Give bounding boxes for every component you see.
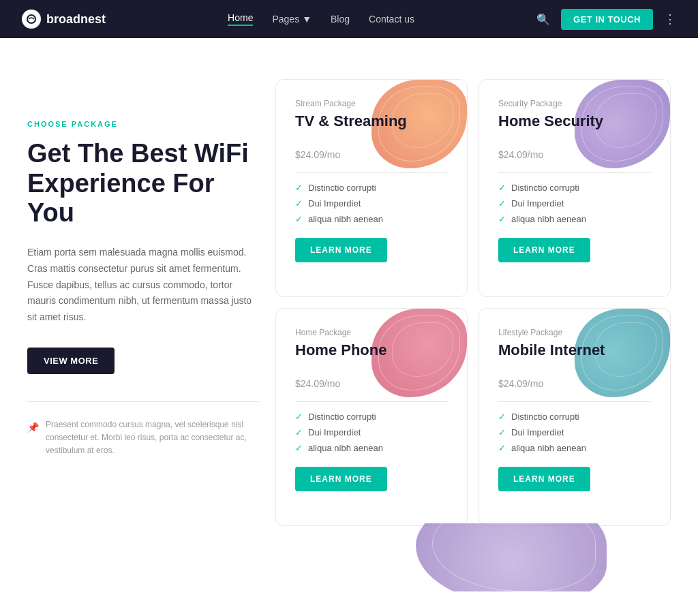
check-icon: ✓: [295, 412, 303, 422]
location-icon: 📌: [27, 420, 39, 435]
feature-item: ✓aliqua nibh aenean: [295, 214, 448, 224]
check-icon: ✓: [498, 443, 506, 453]
card-price-2: $24.09/mo: [498, 141, 651, 163]
bottom-blob-area: [275, 523, 671, 591]
choose-label: CHOOSE PACKAGE: [27, 120, 259, 128]
card-home-security: Security Package Home Security $24.09/mo…: [479, 79, 671, 297]
view-more-button[interactable]: VIEW MORE: [27, 348, 115, 374]
check-icon: ✓: [498, 412, 506, 422]
check-icon: ✓: [498, 183, 506, 193]
learn-more-button-2[interactable]: LEARN MORE: [498, 238, 590, 262]
main-heading: Get The Best WiFi Experience For You: [27, 139, 259, 228]
card-home-phone: Home Package Home Phone $24.09/mo ✓Disti…: [275, 308, 468, 526]
feature-list-4: ✓Distinctio corrupti ✓Dui Imperdiet ✓ali…: [498, 412, 651, 453]
check-icon: ✓: [498, 214, 506, 224]
check-icon: ✓: [295, 214, 303, 224]
package-type-1: Stream Package: [295, 99, 448, 108]
check-icon: ✓: [295, 183, 303, 193]
left-panel: CHOOSE PACKAGE Get The Best WiFi Experie…: [27, 79, 259, 458]
learn-more-button-3[interactable]: LEARN MORE: [295, 467, 387, 491]
location-text: Praesent commodo cursus magna, vel scele…: [46, 418, 259, 458]
chevron-down-icon: ▼: [302, 14, 312, 25]
card-title-1: TV & Streaming: [295, 112, 448, 130]
card-title-4: Mobile Internet: [498, 341, 651, 359]
navbar: broadnest Home Pages ▼ Blog Contact us 🔍…: [0, 0, 698, 38]
nav-home[interactable]: Home: [228, 12, 253, 26]
feature-item: ✓Distinctio corrupti: [498, 412, 651, 422]
left-divider: [27, 401, 259, 402]
feature-item: ✓aliqua nibh aenean: [498, 214, 651, 224]
main-section: CHOOSE PACKAGE Get The Best WiFi Experie…: [0, 38, 698, 616]
cards-area: Stream Package TV & Streaming $24.09/mo …: [275, 79, 671, 591]
feature-item: ✓Dui Imperdiet: [498, 427, 651, 437]
brand-icon: [22, 10, 41, 29]
learn-more-button-1[interactable]: LEARN MORE: [295, 238, 387, 262]
package-type-2: Security Package: [498, 99, 651, 108]
check-icon: ✓: [295, 198, 303, 209]
check-icon: ✓: [295, 427, 303, 437]
check-icon: ✓: [498, 427, 506, 437]
card-title-2: Home Security: [498, 112, 651, 130]
check-icon: ✓: [498, 198, 506, 209]
feature-item: ✓Dui Imperdiet: [498, 198, 651, 209]
learn-more-button-4[interactable]: LEARN MORE: [498, 467, 590, 491]
package-type-3: Home Package: [295, 328, 448, 337]
feature-list-1: ✓Distinctio corrupti ✓Dui Imperdiet ✓ali…: [295, 183, 448, 224]
brand-name: broadnest: [46, 12, 106, 27]
feature-item: ✓aliqua nibh aenean: [498, 443, 651, 453]
card-tv-streaming: Stream Package TV & Streaming $24.09/mo …: [275, 79, 468, 297]
feature-list-2: ✓Distinctio corrupti ✓Dui Imperdiet ✓ali…: [498, 183, 651, 224]
price-divider-1: [295, 172, 448, 173]
nav-contact[interactable]: Contact us: [369, 14, 414, 25]
feature-item: ✓Distinctio corrupti: [295, 412, 448, 422]
get-in-touch-button[interactable]: GET IN TOUCH: [561, 9, 653, 30]
search-icon[interactable]: 🔍: [536, 13, 550, 26]
nav-blog[interactable]: Blog: [331, 14, 350, 25]
svg-point-0: [27, 15, 35, 23]
location-info: 📌 Praesent commodo cursus magna, vel sce…: [27, 418, 259, 458]
feature-item: ✓aliqua nibh aenean: [295, 443, 448, 453]
feature-item: ✓Distinctio corrupti: [498, 183, 651, 193]
nav-pages[interactable]: Pages ▼: [272, 14, 312, 25]
main-description: Etiam porta sem malesuada magna mollis e…: [27, 245, 259, 326]
feature-item: ✓Dui Imperdiet: [295, 427, 448, 437]
card-price-3: $24.09/mo: [295, 370, 448, 392]
feature-item: ✓Distinctio corrupti: [295, 183, 448, 193]
price-divider-4: [498, 401, 651, 402]
price-divider-3: [295, 401, 448, 402]
check-icon: ✓: [295, 443, 303, 453]
navbar-right: 🔍 GET IN TOUCH ⋮: [536, 9, 676, 30]
feature-list-3: ✓Distinctio corrupti ✓Dui Imperdiet ✓ali…: [295, 412, 448, 453]
brand: broadnest: [22, 10, 106, 29]
feature-item: ✓Dui Imperdiet: [295, 198, 448, 209]
card-mobile-internet: Lifestyle Package Mobile Internet $24.09…: [479, 308, 671, 526]
price-divider-2: [498, 172, 651, 173]
nav-links: Home Pages ▼ Blog Contact us: [228, 12, 414, 26]
package-type-4: Lifestyle Package: [498, 328, 651, 337]
more-options-icon[interactable]: ⋮: [664, 12, 676, 27]
card-price-1: $24.09/mo: [295, 141, 448, 163]
card-title-3: Home Phone: [295, 341, 448, 359]
card-price-4: $24.09/mo: [498, 370, 651, 392]
